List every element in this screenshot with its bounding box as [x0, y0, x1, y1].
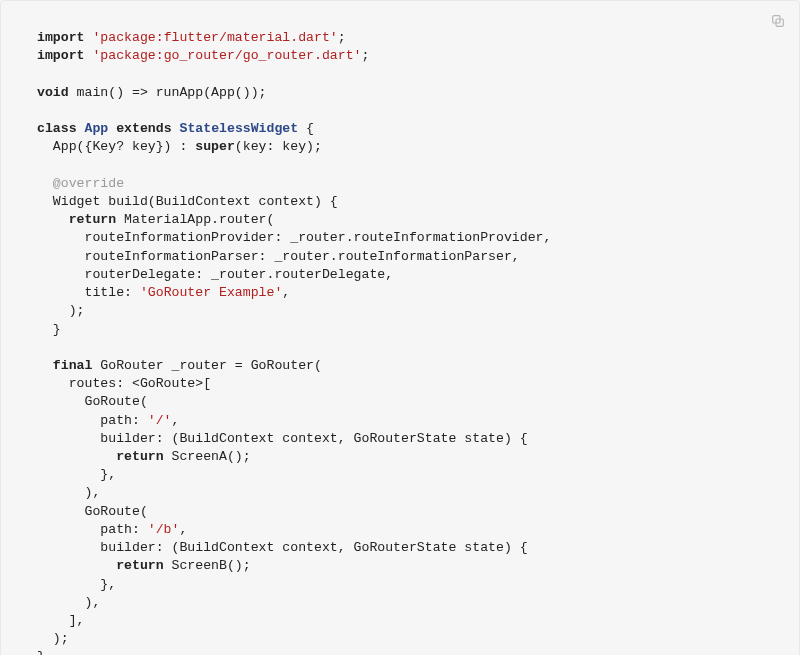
code-token: class: [37, 121, 77, 136]
code-token: GoRoute(: [37, 394, 148, 409]
code-content: import 'package:flutter/material.dart'; …: [37, 29, 763, 655]
code-token: App({Key? key}) :: [37, 139, 195, 154]
code-token: ],: [37, 613, 84, 628]
code-token: return: [69, 212, 116, 227]
code-token: @override: [37, 176, 124, 191]
code-token: routeInformationParser: _router.routeInf…: [37, 249, 520, 264]
copy-icon: [770, 13, 786, 32]
code-token: final: [53, 358, 93, 373]
code-token: (key: key);: [235, 139, 322, 154]
code-token: App: [85, 121, 109, 136]
code-token: ),: [37, 595, 100, 610]
code-token: MaterialApp.router(: [116, 212, 274, 227]
code-token: ScreenA();: [164, 449, 251, 464]
code-token: builder: (BuildContext context, GoRouter…: [37, 431, 528, 446]
code-token: [37, 358, 53, 373]
code-token: {: [298, 121, 314, 136]
code-token: import: [37, 48, 84, 63]
code-token: [77, 121, 85, 136]
code-token: [37, 449, 116, 464]
code-token: [37, 558, 116, 573]
code-token: super: [195, 139, 235, 154]
code-token: ;: [361, 48, 369, 63]
code-token: import: [37, 30, 84, 45]
code-token: return: [116, 558, 163, 573]
code-token: },: [37, 577, 116, 592]
code-token: }: [37, 322, 61, 337]
code-token: 'GoRouter Example': [140, 285, 282, 300]
code-token: routeInformationProvider: _router.routeI…: [37, 230, 551, 245]
code-token: routes: <GoRoute>[: [37, 376, 211, 391]
code-token: GoRoute(: [37, 504, 148, 519]
code-token: return: [116, 449, 163, 464]
code-token: );: [37, 303, 84, 318]
code-token: builder: (BuildContext context, GoRouter…: [37, 540, 528, 555]
code-token: ,: [282, 285, 290, 300]
code-token: ,: [172, 413, 180, 428]
code-token: },: [37, 467, 116, 482]
code-token: ),: [37, 485, 100, 500]
code-token: GoRouter _router = GoRouter(: [92, 358, 322, 373]
code-token: Widget build(BuildContext context) {: [37, 194, 338, 209]
code-token: ,: [179, 522, 187, 537]
code-token: '/': [148, 413, 172, 428]
code-block: import 'package:flutter/material.dart'; …: [0, 0, 800, 655]
code-token: '/b': [148, 522, 180, 537]
code-token: routerDelegate: _router.routerDelegate,: [37, 267, 393, 282]
code-token: 'package:go_router/go_router.dart': [92, 48, 361, 63]
code-token: 'package:flutter/material.dart': [92, 30, 337, 45]
code-token: extends: [108, 121, 179, 136]
code-token: ;: [338, 30, 346, 45]
code-token: main() => runApp(App());: [69, 85, 267, 100]
code-token: [37, 212, 69, 227]
code-token: path:: [37, 522, 148, 537]
code-token: void: [37, 85, 69, 100]
code-token: title:: [37, 285, 140, 300]
code-token: path:: [37, 413, 148, 428]
code-token: StatelessWidget: [179, 121, 298, 136]
copy-button[interactable]: [767, 11, 789, 33]
code-token: }: [37, 649, 45, 655]
code-token: ScreenB();: [164, 558, 251, 573]
code-token: );: [37, 631, 69, 646]
